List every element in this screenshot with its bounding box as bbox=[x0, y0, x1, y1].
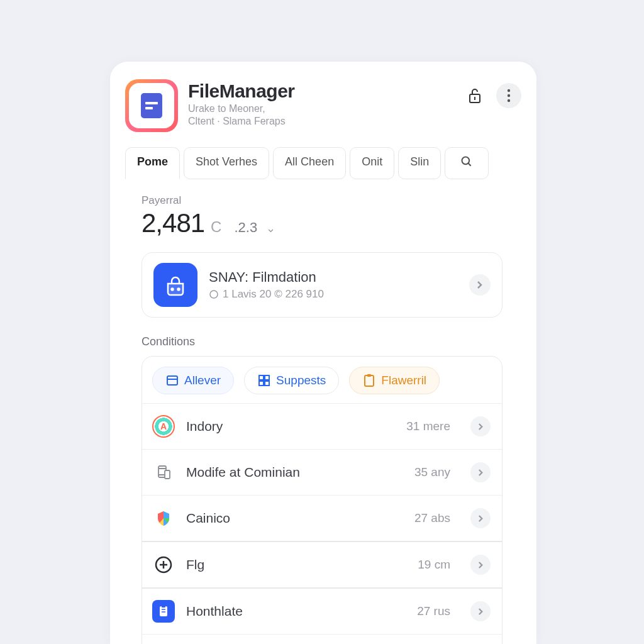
shield-icon bbox=[152, 507, 175, 530]
metric-unit: C bbox=[211, 218, 221, 236]
search-icon bbox=[460, 155, 473, 168]
svg-point-9 bbox=[210, 291, 218, 298]
plus-circle-icon bbox=[152, 553, 175, 576]
list-item[interactable]: Honthlate 27 rus bbox=[142, 587, 502, 634]
search-tab[interactable] bbox=[445, 147, 489, 179]
device-icon bbox=[152, 461, 175, 484]
list-item[interactable]: Cainico 27 abs bbox=[142, 495, 502, 541]
chip-label: Flawerril bbox=[381, 374, 426, 387]
list-item-name: Indory bbox=[186, 419, 395, 434]
tab-all-cheen[interactable]: All Cheen bbox=[273, 147, 346, 179]
svg-point-2 bbox=[508, 89, 510, 92]
chip-label: Suppests bbox=[276, 374, 326, 387]
list-item-meta: 31 mere bbox=[406, 419, 450, 433]
chevron-right-icon bbox=[470, 416, 491, 436]
grid-icon bbox=[257, 374, 271, 387]
svg-point-5 bbox=[462, 157, 470, 165]
chevron-right-icon bbox=[470, 508, 491, 528]
featured-title: SNAY: Filmdation bbox=[209, 269, 458, 286]
list-item[interactable]: f Slurft Trawel 14 mals bbox=[142, 634, 502, 644]
chip-label: Allever bbox=[184, 374, 221, 387]
featured-card[interactable]: SNAY: Filmdation 1 Lavis 20 © 226 910 bbox=[142, 252, 502, 318]
featured-meta-text: 1 Lavis 20 © 226 910 bbox=[223, 288, 324, 301]
chip-row: Allever Suppests Flawerril bbox=[142, 357, 502, 403]
list-item-meta: 27 abs bbox=[414, 511, 450, 525]
app-icon bbox=[125, 79, 178, 132]
list-item-name: Cainico bbox=[186, 511, 403, 526]
content-area: Payerral 2,481 C .2.3 ⌄ SNAY: Filmdation… bbox=[110, 179, 536, 644]
svg-rect-17 bbox=[367, 374, 371, 377]
more-menu-button[interactable] bbox=[496, 83, 521, 108]
metric-delta: .2.3 bbox=[234, 219, 257, 236]
svg-point-4 bbox=[508, 99, 510, 102]
list-item-name: Honthlate bbox=[186, 604, 406, 619]
svg-point-3 bbox=[508, 94, 510, 97]
chevron-right-icon bbox=[470, 462, 491, 482]
document-icon bbox=[141, 93, 162, 118]
list-item[interactable]: Modife at Cominian 35 any bbox=[142, 449, 502, 495]
tab-bar: Pome Shot Verhes All Cheen Onit Slin bbox=[110, 143, 536, 179]
svg-point-7 bbox=[172, 289, 174, 291]
tab-shot-verhes[interactable]: Shot Verhes bbox=[184, 147, 269, 179]
featured-body: SNAY: Filmdation 1 Lavis 20 © 226 910 bbox=[209, 269, 458, 301]
app-window: FileManager Urake to Meoner, Cltent · Sl… bbox=[110, 62, 536, 644]
app-subtitle-1: Urake to Meoner, bbox=[188, 103, 452, 114]
list-item-name: Flg bbox=[186, 557, 406, 572]
lock-icon[interactable] bbox=[462, 83, 487, 108]
svg-point-8 bbox=[178, 289, 180, 291]
list-item-meta: 27 rus bbox=[417, 604, 450, 618]
info-icon bbox=[209, 289, 219, 299]
list-item-name: Modife at Cominian bbox=[186, 465, 403, 480]
chevron-right-icon bbox=[469, 274, 491, 296]
list-panel: Allever Suppests Flawerril A Indor bbox=[142, 356, 502, 644]
chip-flawerril[interactable]: Flawerril bbox=[349, 367, 440, 394]
clipboard-icon bbox=[362, 374, 376, 387]
circle-a-icon: A bbox=[152, 415, 175, 438]
app-title: FileManager bbox=[188, 80, 452, 102]
lock-bag-icon bbox=[153, 263, 197, 307]
svg-line-6 bbox=[469, 164, 471, 166]
svg-rect-25 bbox=[160, 606, 167, 616]
featured-meta: 1 Lavis 20 © 226 910 bbox=[209, 288, 458, 301]
svg-rect-21 bbox=[165, 470, 170, 479]
list-item-meta: 35 any bbox=[414, 465, 450, 479]
list-item[interactable]: A Indory 31 mere bbox=[142, 403, 502, 449]
tab-slin[interactable]: Slin bbox=[398, 147, 441, 179]
header-actions bbox=[462, 79, 521, 108]
list-item-meta: 19 cm bbox=[418, 558, 450, 572]
chevron-right-icon bbox=[470, 601, 491, 621]
header-text: FileManager Urake to Meoner, Cltent · Sl… bbox=[188, 79, 452, 127]
clipboard-blue-icon bbox=[152, 600, 175, 623]
app-subtitle-2: Cltent · Slama Feraps bbox=[188, 116, 452, 127]
svg-rect-13 bbox=[265, 375, 269, 380]
svg-rect-15 bbox=[265, 381, 269, 386]
chip-suppests[interactable]: Suppests bbox=[244, 367, 339, 394]
app-header: FileManager Urake to Meoner, Cltent · Sl… bbox=[110, 62, 536, 143]
list-item[interactable]: Flg 19 cm bbox=[142, 541, 502, 587]
chevron-right-icon bbox=[470, 555, 491, 575]
svg-rect-12 bbox=[259, 375, 264, 380]
chevron-down-icon[interactable]: ⌄ bbox=[266, 221, 275, 235]
svg-rect-16 bbox=[365, 375, 374, 386]
metric-label: Payerral bbox=[142, 194, 521, 207]
tab-onit[interactable]: Onit bbox=[350, 147, 394, 179]
metric-row: 2,481 C .2.3 ⌄ bbox=[142, 208, 521, 238]
svg-rect-10 bbox=[167, 376, 177, 385]
tab-pome[interactable]: Pome bbox=[125, 147, 180, 179]
svg-rect-14 bbox=[259, 381, 264, 386]
chip-allever[interactable]: Allever bbox=[152, 367, 234, 394]
metric-value: 2,481 bbox=[142, 208, 204, 238]
svg-rect-26 bbox=[162, 605, 165, 608]
window-icon bbox=[165, 374, 179, 387]
section-title: Conditions bbox=[142, 335, 521, 348]
